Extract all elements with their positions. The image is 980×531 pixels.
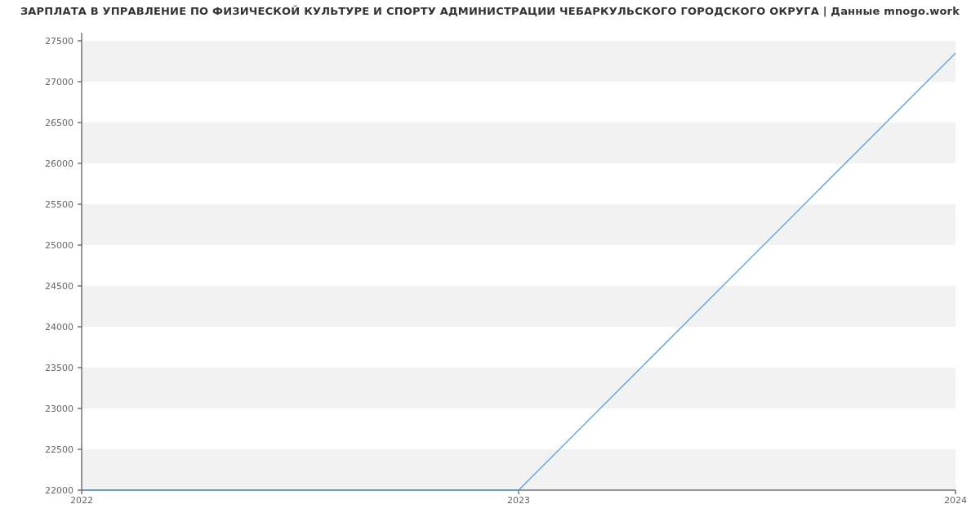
svg-rect-5 (82, 41, 956, 82)
chart-svg (82, 33, 956, 490)
y-tick-label: 23500 (0, 363, 74, 373)
svg-rect-4 (82, 123, 956, 163)
y-tick-label: 22500 (0, 444, 74, 455)
y-tick-label: 23000 (0, 404, 74, 414)
y-tick-label: 27000 (0, 77, 74, 87)
x-tick-label: 2022 (49, 495, 114, 506)
y-tick-label: 24500 (0, 281, 74, 292)
y-tick-label: 25500 (0, 199, 74, 210)
svg-rect-0 (82, 449, 956, 490)
chart-title: ЗАРПЛАТА В УПРАВЛЕНИЕ ПО ФИЗИЧЕСКОЙ КУЛЬ… (0, 5, 980, 17)
x-tick-label: 2023 (486, 495, 551, 506)
y-tick-label: 26500 (0, 118, 74, 128)
y-tick-label: 22000 (0, 485, 74, 496)
plot-area (82, 33, 956, 490)
y-tick-label: 24000 (0, 322, 74, 332)
svg-rect-3 (82, 204, 956, 245)
x-tick-label: 2024 (923, 495, 980, 506)
y-tick-label: 25000 (0, 240, 74, 251)
svg-rect-2 (82, 286, 956, 327)
chart-container: ЗАРПЛАТА В УПРАВЛЕНИЕ ПО ФИЗИЧЕСКОЙ КУЛЬ… (0, 0, 980, 531)
y-tick-label: 27500 (0, 36, 74, 47)
y-tick-label: 26000 (0, 158, 74, 169)
svg-rect-1 (82, 368, 956, 408)
